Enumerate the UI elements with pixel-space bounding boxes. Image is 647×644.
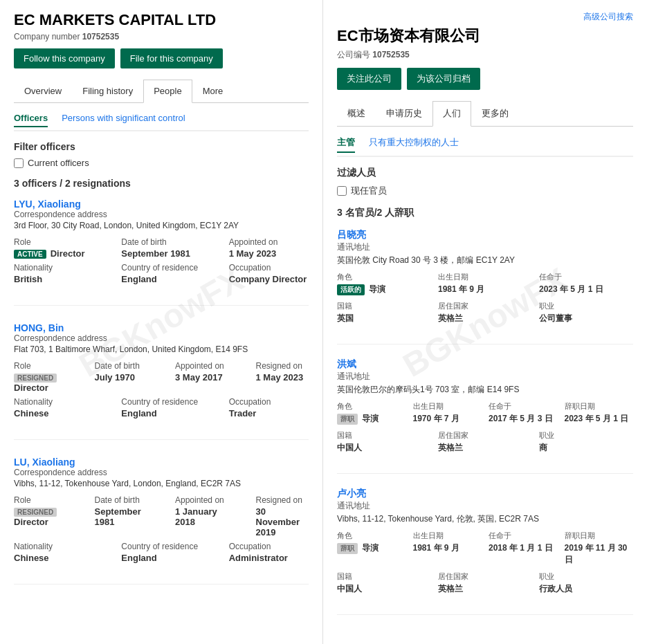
officer-role-row-lyu: Role ACTIVEDirector Date of birth Septem… bbox=[14, 237, 309, 259]
cn-role-value-lu: 辞职导演 bbox=[337, 542, 406, 554]
officer-name-lyu[interactable]: LYU, Xiaoliang bbox=[14, 199, 81, 210]
officer-count-cn: 3 名官员/2 人辞职 bbox=[337, 207, 633, 219]
sub-tab-psc[interactable]: Persons with significant control bbox=[62, 113, 185, 127]
officer-address-lu-cn: Vibhs, 11-12, Tokenhouse Yard, 伦敦, 英国, E… bbox=[337, 513, 633, 525]
filter-section-right: 过滤人员 现任官员 bbox=[337, 167, 633, 197]
appointed-value-lyu: 1 May 2023 bbox=[229, 248, 309, 259]
cn-residence-lyu: 英格兰 bbox=[438, 313, 532, 324]
tab-filing-cn[interactable]: 申请历史 bbox=[376, 101, 432, 126]
cn-active-badge-lyu: 活跃的 bbox=[337, 284, 365, 295]
cn-residence-lu: 英格兰 bbox=[438, 583, 532, 595]
cn-role-grid-hong: 角色 辞职导演 出生日期 1970 年 7 月 任命于 2017 年 5 月 3… bbox=[337, 401, 633, 425]
officer-name-hong[interactable]: HONG, Bin bbox=[14, 322, 64, 333]
cn-detail-grid-lyu: 国籍 英国 居住国家 英格兰 职业 公司董事 bbox=[337, 301, 633, 324]
cn-nationality-lyu: 英国 bbox=[337, 313, 431, 324]
officer-address-label-hong-cn: 通讯地址 bbox=[337, 371, 633, 383]
right-panel: BGKnowFX 高级公司搜索 EC市场资本有限公司 公司编号 10752535… bbox=[323, 0, 647, 644]
tab-more-cn[interactable]: 更多的 bbox=[471, 101, 519, 126]
cn-nationality-hong: 中国人 bbox=[337, 442, 431, 454]
tab-overview-cn[interactable]: 概述 bbox=[337, 101, 376, 126]
officer-name-lu-cn[interactable]: 卢小亮 bbox=[337, 488, 366, 499]
residence-value-lyu: England bbox=[121, 274, 201, 284]
role-value-hong: RESIGNEDDirector bbox=[14, 372, 67, 393]
cn-dob-value-lu: 1981 年 9 月 bbox=[413, 542, 482, 554]
officer-address-lyu: 3rd Floor, 30 City Road, London, United … bbox=[14, 221, 309, 230]
cn-occupation-hong: 商 bbox=[539, 442, 633, 454]
officer-address-label-lyu: Correspondence address bbox=[14, 210, 309, 219]
cn-role-value-hong: 辞职导演 bbox=[337, 413, 406, 425]
filter-title-cn: 过滤人员 bbox=[337, 167, 633, 179]
occupation-value-lu: Administrator bbox=[229, 553, 309, 563]
current-officers-label: Current officers bbox=[28, 158, 89, 168]
appointed-value-hong: 3 May 2017 bbox=[175, 372, 228, 383]
officer-address-label-lu-cn: 通讯地址 bbox=[337, 500, 633, 512]
sub-tab-psc-cn[interactable]: 只有重大控制权的人士 bbox=[369, 136, 459, 153]
dob-value-lyu: September 1981 bbox=[121, 248, 201, 259]
officer-name-lyu-cn[interactable]: 吕晓亮 bbox=[337, 229, 366, 240]
company-number-left: Company number 10752535 bbox=[14, 32, 309, 42]
cn-occupation-lyu: 公司董事 bbox=[539, 313, 633, 324]
occupation-value-hong: Trader bbox=[229, 408, 309, 418]
tab-people[interactable]: People bbox=[143, 80, 192, 103]
role-value-lyu: ACTIVEDirector bbox=[14, 248, 93, 259]
tab-overview[interactable]: Overview bbox=[14, 80, 72, 102]
sub-tab-officers-cn[interactable]: 主管 bbox=[337, 136, 355, 153]
officer-role-row-lu: Role RESIGNEDDirector Date of birth Sept… bbox=[14, 495, 309, 537]
nationality-value-hong: Chinese bbox=[14, 408, 93, 418]
officer-address-lyu-cn: 英国伦敦 City Road 30 号 3 楼，邮编 EC1Y 2AY bbox=[337, 255, 633, 266]
current-officers-checkbox-cn[interactable] bbox=[337, 186, 347, 196]
file-company-button[interactable]: File for this company bbox=[120, 48, 223, 68]
cn-role-col-lyu: 角色 活跃的导演 bbox=[337, 272, 431, 295]
officer-block-hong-cn: 洪斌 通讯地址 英国伦敦巴尔的摩码头1号 703 室，邮编 E14 9FS 角色… bbox=[337, 358, 633, 474]
follow-company-button[interactable]: Follow this company bbox=[14, 48, 115, 68]
tab-filing-history[interactable]: Filing history bbox=[72, 80, 143, 102]
officer-address-label-lu: Correspondence address bbox=[14, 468, 309, 477]
officer-count-left: 3 officers / 2 resignations bbox=[14, 178, 309, 189]
follow-company-button-cn[interactable]: 关注此公司 bbox=[337, 68, 401, 90]
cn-appointed-value-lyu: 2023 年 5 月 1 日 bbox=[539, 284, 633, 295]
resigned-value-hong: 1 May 2023 bbox=[256, 372, 309, 383]
cn-resigned-value-hong: 2023 年 5 月 1 日 bbox=[565, 413, 634, 425]
officer-block-lyu: LYU, Xiaoliang Correspondence address 3r… bbox=[14, 199, 309, 306]
company-title-cn: EC市场资本有限公司 bbox=[337, 26, 633, 46]
action-buttons-left: Follow this company File for this compan… bbox=[14, 48, 309, 68]
cn-detail-grid-hong: 国籍 中国人 居住国家 英格兰 职业 商 bbox=[337, 430, 633, 454]
officer-block-hong: HONG, Bin Correspondence address Flat 70… bbox=[14, 322, 309, 440]
cn-resigned-badge-hong: 辞职 bbox=[337, 414, 358, 425]
resigned-value-lu: 30 November 2019 bbox=[256, 506, 309, 537]
advanced-search-link[interactable]: 高级公司搜索 bbox=[337, 11, 633, 23]
file-company-button-cn[interactable]: 为该公司归档 bbox=[407, 68, 480, 90]
cn-appointed-value-hong: 2017 年 5 月 3 日 bbox=[489, 413, 558, 425]
filter-title-left: Filter officers bbox=[14, 141, 309, 152]
cn-role-grid-lu: 角色 辞职导演 出生日期 1981 年 9 月 任命于 2018 年 1 月 1… bbox=[337, 531, 633, 566]
cn-dob-col-lyu: 出生日期 1981 年 9 月 bbox=[438, 272, 532, 295]
role-col-lyu: Role ACTIVEDirector bbox=[14, 237, 93, 259]
tab-people-cn[interactable]: 人们 bbox=[432, 101, 471, 127]
officer-address-lu: Vibhs, 11-12, Tokenhouse Yard, London, E… bbox=[14, 479, 309, 488]
action-buttons-right: 关注此公司 为该公司归档 bbox=[337, 68, 633, 90]
appointed-col-lyu: Appointed on 1 May 2023 bbox=[229, 237, 309, 259]
current-officers-checkbox[interactable] bbox=[14, 158, 24, 168]
company-number-cn: 公司编号 10752535 bbox=[337, 49, 633, 61]
appointed-value-lu: 1 January 2018 bbox=[175, 506, 228, 527]
sub-tabs-left: Officers Persons with significant contro… bbox=[14, 113, 309, 131]
officer-block-lu-cn: 卢小亮 通讯地址 Vibhs, 11-12, Tokenhouse Yard, … bbox=[337, 488, 633, 615]
current-officers-filter[interactable]: Current officers bbox=[14, 158, 309, 168]
nationality-value-lu: Chinese bbox=[14, 553, 93, 563]
officer-name-hong-cn[interactable]: 洪斌 bbox=[337, 358, 356, 369]
cn-appointed-col-lyu: 任命于 2023 年 5 月 1 日 bbox=[539, 272, 633, 295]
officer-detail-row-lyu: Nationality British Country of residence… bbox=[14, 263, 309, 284]
tab-more[interactable]: More bbox=[192, 80, 234, 102]
dob-col-lyu: Date of birth September 1981 bbox=[121, 237, 201, 259]
dob-value-lu: September 1981 bbox=[95, 506, 148, 527]
main-tabs-right: 概述 申请历史 人们 更多的 bbox=[337, 101, 633, 127]
cn-resigned-badge-lu: 辞职 bbox=[337, 543, 358, 554]
officer-role-row-hong: Role RESIGNEDDirector Date of birth July… bbox=[14, 361, 309, 393]
cn-appointed-value-lu: 2018 年 1 月 1 日 bbox=[489, 542, 558, 554]
cn-residence-hong: 英格兰 bbox=[438, 442, 532, 454]
officer-name-lu[interactable]: LU, Xiaoliang bbox=[14, 457, 75, 468]
current-officers-filter-cn[interactable]: 现任官员 bbox=[337, 185, 633, 197]
officer-detail-row-hong: Nationality Chinese Country of residence… bbox=[14, 397, 309, 418]
sub-tab-officers[interactable]: Officers bbox=[14, 113, 48, 127]
cn-role-grid-lyu: 角色 活跃的导演 出生日期 1981 年 9 月 任命于 2023 年 5 月 … bbox=[337, 272, 633, 295]
